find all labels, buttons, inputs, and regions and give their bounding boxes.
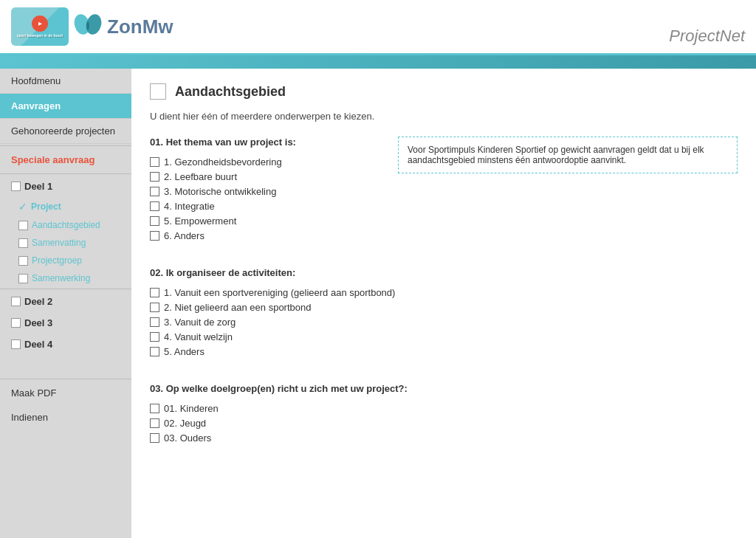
q2-opt5-checkbox[interactable] [150,347,159,356]
sidebar-gehonoreerde[interactable]: Gehonoreerde projecten [0,119,131,144]
list-item: 5. Anders [150,346,738,357]
list-item: 5. Empowerment [150,215,738,227]
q1-opt3-checkbox[interactable] [150,187,159,196]
main-layout: Hoofdmenu Aanvragen Gehonoreerde project… [0,69,756,538]
sidebar-projectgroep[interactable]: Projectgroep [0,252,131,269]
q1-opt4-checkbox[interactable] [150,201,159,211]
sidebar-project[interactable]: ✓ Project [0,197,131,216]
sidebar-deel3[interactable]: Deel 3 [0,312,131,334]
list-item: 4. Integratie [150,201,738,212]
q1-opt1-checkbox[interactable] [150,157,159,167]
q3-opt2-checkbox[interactable] [150,418,159,428]
list-item: 3. Motorische ontwikkeling [150,186,738,197]
sidebar-speciale-aanvraag[interactable]: Speciale aanvraag [0,148,131,172]
question3-section: 03. Op welke doelgroep(en) richt u zich … [150,383,738,444]
samenwerking-checkbox [18,274,28,283]
butterfly-icon [74,13,102,41]
list-item: 02. Jeugd [150,418,738,429]
projectnet-label: ProjectNet [669,27,745,46]
list-item: 4. Vanuit welzijn [150,331,738,342]
projectgroep-checkbox [18,256,28,266]
sidebar-aandachtsgebied[interactable]: Aandachtsgebied [0,216,131,234]
list-item: 1. Vanuit een sportvereniging (gelieerd … [150,287,738,298]
sidebar-deel2[interactable]: Deel 2 [0,291,131,312]
sport-logo-text: sport bewegen in de buurt [17,33,63,38]
question3-options: 01. Kinderen 02. Jeugd 03. Ouders [150,403,738,444]
deel4-checkbox [11,339,21,349]
main-content: Aandachtsgebied U dient hier één of meer… [131,69,756,538]
sidebar: Hoofdmenu Aanvragen Gehonoreerde project… [0,69,131,538]
q2-opt3-checkbox[interactable] [150,317,159,327]
question1-section: Voor Sportimpuls Kinderen Sportief op ge… [150,137,738,256]
question2-section: 02. Ik organiseer de activiteiten: 1. Va… [150,267,738,357]
sidebar-samenvatting[interactable]: Samenvatting [0,234,131,252]
question2-options: 1. Vanuit een sportvereniging (gelieerd … [150,287,738,357]
q3-opt3-checkbox[interactable] [150,433,159,443]
instruction-text: U dient hier één of meerdere onderwerpen… [150,111,738,122]
svg-point-2 [86,21,89,30]
sidebar-deel1[interactable]: Deel 1 [0,176,131,197]
list-item: 2. Niet gelieerd aan een sportbond [150,302,738,313]
sidebar-samenwerking[interactable]: Samenwerking [0,269,131,287]
q2-opt1-checkbox[interactable] [150,288,159,297]
logo-area: ▶ sport bewegen in de buurt ZonMw [11,7,173,46]
header: ▶ sport bewegen in de buurt ZonMw Projec… [0,0,756,55]
list-item: 6. Anders [150,230,738,241]
sidebar-maak-pdf[interactable]: Maak PDF [0,381,131,405]
deel2-checkbox [11,297,21,306]
sidebar-deel4[interactable]: Deel 4 [0,334,131,355]
sidebar-aanvragen[interactable]: Aanvragen [0,94,131,119]
q1-opt5-checkbox[interactable] [150,216,159,226]
list-item: 01. Kinderen [150,403,738,414]
deel1-checkbox [11,182,21,191]
q1-opt6-checkbox[interactable] [150,231,159,241]
note-box: Voor Sportimpuls Kinderen Sportief op ge… [398,137,738,173]
list-item: 2. Leefbare buurt [150,171,383,182]
teal-bar [0,55,756,69]
sidebar-hoofdmenu[interactable]: Hoofdmenu [0,69,131,94]
list-item: 1. Gezondheidsbevordering [150,156,383,168]
deel3-checkbox [11,318,21,328]
page-title: Aandachtsgebied [175,84,286,100]
samenvatting-checkbox [18,238,28,248]
question3-label: 03. Op welke doelgroep(en) richt u zich … [150,383,738,394]
page-header: Aandachtsgebied [150,83,738,100]
list-item: 03. Ouders [150,432,738,444]
q2-opt2-checkbox[interactable] [150,303,159,312]
aandachtsgebied-checkbox [18,221,28,230]
list-item: 3. Vanuit de zorg [150,317,738,328]
q3-opt1-checkbox[interactable] [150,404,159,413]
sidebar-indienen[interactable]: Indienen [0,405,131,430]
page-header-checkbox[interactable] [150,83,166,100]
q1-opt2-checkbox[interactable] [150,172,159,182]
project-check-icon: ✓ [18,201,27,213]
brand-name: ZonMw [107,15,173,38]
question2-label: 02. Ik organiseer de activiteiten: [150,267,738,278]
q2-opt4-checkbox[interactable] [150,332,159,342]
